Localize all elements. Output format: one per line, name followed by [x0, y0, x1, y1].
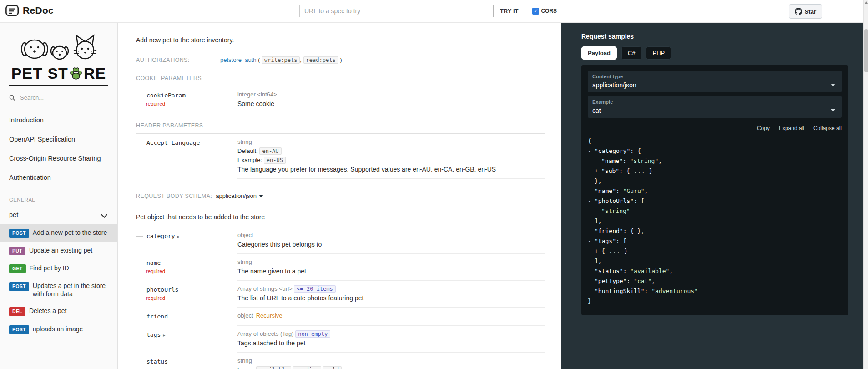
tree-connector-icon — [136, 332, 143, 337]
page-scrollbar[interactable] — [863, 0, 868, 369]
petstore-logo: PET ST RE — [0, 23, 117, 86]
expand-arrow-icon[interactable]: ▸ — [177, 234, 180, 239]
cors-checkbox[interactable]: ✓ — [532, 8, 539, 15]
sidebar-item-update-pet[interactable]: PUT Update an existing pet — [0, 242, 117, 260]
scope-chip: read:pets — [303, 56, 338, 64]
method-badge-get: GET — [9, 264, 26, 273]
sidebar-item-introduction[interactable]: Introduction — [0, 111, 117, 130]
operation-label: Deletes a pet — [29, 307, 67, 315]
enum-chip: available — [256, 366, 291, 369]
code-line: ], — [588, 256, 842, 266]
param-name: Accept-Language — [146, 139, 200, 146]
default-label: Default: — [237, 147, 258, 154]
code-line: +"sub": { ... } — [588, 166, 842, 176]
method-badge-post: POST — [9, 229, 29, 238]
try-it-button[interactable]: TRY IT — [493, 5, 525, 17]
operation-label: uploads an image — [33, 325, 83, 334]
collapse-toggle[interactable]: - — [588, 196, 595, 206]
paw-icon — [69, 67, 83, 81]
request-samples-title: Request samples — [581, 33, 848, 40]
sidebar-item-update-pet-form-data[interactable]: POST Updates a pet in the store with for… — [0, 278, 117, 303]
field-row-tags: tags▸ Array of objects (Tag) non-empty T… — [136, 326, 545, 353]
tab-payload[interactable]: Payload — [581, 46, 617, 60]
recursive-link[interactable]: Recursive — [256, 312, 283, 319]
param-type: string — [237, 138, 545, 145]
field-description: Categories this pet belongs to — [237, 241, 545, 248]
method-badge-delete: DEL — [9, 307, 25, 316]
param-row-cookieparam: cookieParam required integer <int64> Som… — [136, 86, 545, 113]
default-value-chip: en-AU — [259, 147, 281, 155]
tree-connector-icon — [136, 260, 143, 265]
field-type: object — [237, 232, 545, 238]
sample-tabs: Payload C# PHP — [581, 46, 848, 60]
sidebar-item-openapi-specification[interactable]: OpenAPI Specification — [0, 130, 117, 149]
code-line: { — [588, 136, 842, 146]
required-flag: required — [146, 101, 233, 106]
example-select[interactable]: Example cat — [588, 96, 842, 118]
content-type-value: application/json — [216, 192, 257, 199]
field-type: Array of objects (Tag) — [237, 330, 294, 337]
github-star-button[interactable]: Star — [789, 4, 822, 19]
expand-toggle[interactable]: + — [595, 246, 601, 256]
sidebar-item-delete-pet[interactable]: DEL Deletes a pet — [0, 303, 117, 320]
expand-toggle[interactable]: + — [595, 166, 601, 176]
sidebar-item-find-pet-by-id[interactable]: GET Find pet by ID — [0, 260, 117, 278]
field-name[interactable]: category — [146, 233, 175, 239]
redoc-app: ReDoc TRY IT ✓ CORS Star — [0, 0, 868, 369]
request-body-schema-row: REQUEST BODY SCHEMA: application/json — [136, 192, 545, 205]
sidebar-group-pet[interactable]: pet — [0, 205, 117, 224]
operation-label: Update an existing pet — [29, 247, 92, 255]
spec-url-input[interactable] — [299, 5, 492, 17]
github-icon — [795, 8, 802, 15]
sidebar-item-add-new-pet[interactable]: POST Add a new pet to the store — [0, 224, 117, 242]
tab-csharp[interactable]: C# — [621, 46, 642, 60]
cors-toggle: ✓ CORS — [532, 8, 557, 15]
petstore-wordmark: PET ST RE — [9, 65, 108, 86]
scrollbar-up-arrow-icon[interactable] — [865, 1, 868, 4]
collapse-toggle[interactable]: - — [588, 146, 595, 156]
example-select-value: cat — [592, 107, 601, 114]
code-line: -"tags": [ — [588, 236, 842, 246]
field-name: friend — [146, 313, 168, 320]
collapse-toggle[interactable]: - — [588, 236, 595, 246]
sidebar-item-uploads-an-image[interactable]: POST uploads an image — [0, 321, 117, 339]
sidebar-nav: Introduction OpenAPI Specification Cross… — [0, 111, 117, 339]
petstore-auth-link[interactable]: petstore_auth — [220, 56, 257, 63]
enum-chip: sold — [323, 366, 342, 369]
tab-php[interactable]: PHP — [646, 46, 671, 60]
search-icon — [9, 95, 15, 101]
authorizations-label: AUTHORIZATIONS: — [136, 57, 220, 63]
copy-button[interactable]: Copy — [757, 125, 770, 131]
content-type-dropdown[interactable]: application/json — [216, 192, 263, 199]
search-input[interactable] — [19, 94, 98, 101]
expand-arrow-icon[interactable]: ▸ — [163, 333, 165, 338]
petstore-animals-icon — [15, 30, 102, 63]
field-name[interactable]: tags — [146, 331, 161, 338]
cookie-parameters-header: COOKIE PARAMETERS — [136, 75, 545, 86]
petstore-wordmark-left: PET ST — [11, 65, 68, 82]
param-type: integer <int64> — [237, 91, 545, 98]
expand-all-button[interactable]: Expand all — [779, 125, 804, 131]
enum-label: Enum: — [237, 366, 255, 369]
json-sample-code: {-"category": {"name": "string",+"sub": … — [588, 136, 842, 306]
field-description: Tags attached to the pet — [237, 339, 545, 347]
sidebar-group-pet-label: pet — [9, 211, 18, 218]
tree-connector-icon — [136, 287, 143, 292]
content-type-select[interactable]: Content type application/json — [588, 71, 842, 92]
request-body-description: Pet object that needs to be added to the… — [136, 213, 545, 221]
sidebar-item-authentication[interactable]: Authentication — [0, 168, 117, 187]
collapse-all-button[interactable]: Collapse all — [813, 125, 842, 131]
code-line: ], — [588, 216, 842, 226]
scrollbar-thumb[interactable] — [864, 29, 868, 72]
star-label: Star — [805, 8, 816, 15]
constraint-chip: <= 20 items — [294, 285, 335, 293]
code-line: "name": "string", — [588, 156, 842, 166]
schema-fields: category▸ object Categories this pet bel… — [136, 227, 545, 369]
authorizations-value: petstore_auth ( write:pets, read:pets ) — [220, 56, 342, 63]
sidebar-item-cors[interactable]: Cross-Origin Resource Sharing — [0, 149, 117, 168]
field-row-photourls: photoUrls required Array of strings <url… — [136, 281, 545, 308]
topbar: ReDoc TRY IT ✓ CORS Star — [0, 0, 868, 23]
sidebar-section-general: GENERAL — [0, 187, 117, 205]
field-name: name — [146, 259, 161, 266]
code-line: +{ ... } — [588, 246, 842, 256]
